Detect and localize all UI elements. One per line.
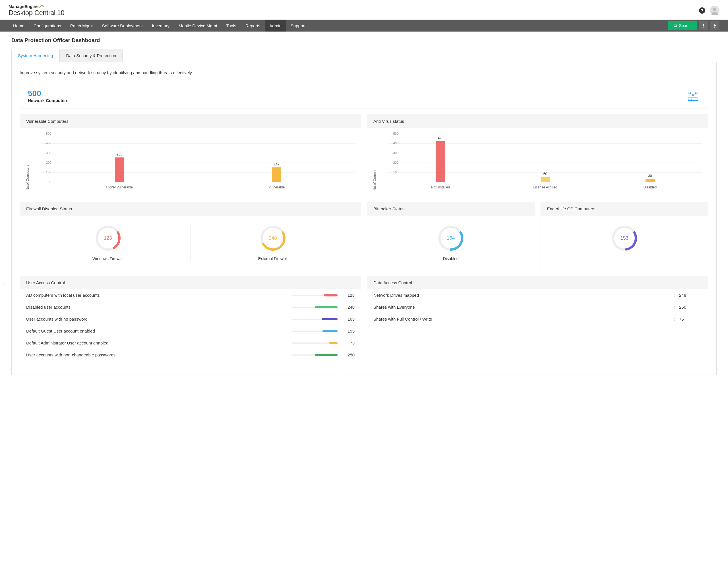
data-access-row[interactable]: Network Drives mapped:248 bbox=[367, 289, 708, 301]
user-access-title: User Access Control bbox=[20, 276, 361, 289]
content-panel: Improve system security and network scru… bbox=[11, 62, 717, 375]
bar-disabled[interactable]: 30 bbox=[598, 174, 702, 182]
vulnerable-chart-title: Vulnerable Computers bbox=[20, 115, 361, 128]
sidebar-expand-handle[interactable]: ⋮⋮ bbox=[0, 279, 4, 290]
quick-action-button[interactable] bbox=[710, 21, 719, 30]
nav-item-patch-mgmt[interactable]: Patch Mgmt bbox=[66, 20, 98, 32]
brand-logo: ManageEngine Desktop Central 10 bbox=[9, 4, 64, 17]
bitlocker-title: BitLocker Status bbox=[367, 202, 535, 216]
search-icon bbox=[673, 24, 677, 28]
search-button[interactable]: Search bbox=[668, 21, 697, 30]
eol-card: End of life OS Computers 153 bbox=[541, 202, 709, 270]
bitlocker-card: BitLocker Status 164 Disabled bbox=[367, 202, 535, 270]
svg-point-8 bbox=[692, 94, 694, 96]
nav-item-admin[interactable]: Admin bbox=[265, 20, 286, 32]
nav-item-mobile-device-mgmt[interactable]: Mobile Device Mgmt bbox=[174, 20, 222, 32]
user-access-row[interactable]: Default Guest User account enabled 153 bbox=[20, 325, 361, 337]
brand-name: ManageEngine bbox=[9, 4, 39, 9]
network-label: Network Computers bbox=[28, 98, 69, 103]
nav-item-home[interactable]: Home bbox=[9, 20, 29, 32]
network-icon bbox=[686, 90, 700, 102]
user-access-row[interactable]: User accounts with non-changeable passwo… bbox=[20, 349, 361, 361]
data-access-card: Data Access Control Network Drives mappe… bbox=[367, 276, 708, 361]
product-name: Desktop Central 10 bbox=[9, 9, 64, 17]
donut-windows-firewall[interactable]: 123 Windows Firewall bbox=[26, 224, 191, 261]
nav-item-support[interactable]: Support bbox=[286, 20, 310, 32]
firewall-card: Firewall Disabled Status 123 Windows Fir… bbox=[20, 202, 361, 270]
nav-item-reports[interactable]: Reports bbox=[241, 20, 265, 32]
bar-not-installed[interactable]: 420 bbox=[388, 136, 493, 182]
bar-vulnerable[interactable]: 149 bbox=[198, 162, 355, 182]
data-access-title: Data Access Control bbox=[367, 276, 708, 289]
svg-point-1 bbox=[674, 24, 676, 27]
tab-system-hardening[interactable]: System Hardening bbox=[11, 49, 59, 62]
notification-button[interactable] bbox=[699, 21, 708, 30]
nav-item-software-deployment[interactable]: Software Deployment bbox=[98, 20, 147, 32]
user-avatar[interactable] bbox=[710, 6, 719, 15]
vulnerable-chart-card: Vulnerable Computers No.of Computers 010… bbox=[20, 115, 361, 197]
page-title: Data Protection Officer Dashboard bbox=[11, 37, 717, 44]
data-access-row[interactable]: Shares with Full Control / Write:75 bbox=[367, 313, 708, 325]
eol-title: End of life OS Computers bbox=[541, 202, 708, 216]
nav-item-tools[interactable]: Tools bbox=[222, 20, 241, 32]
rocket-icon bbox=[701, 23, 706, 28]
antivirus-chart-card: Anti Virus status No.of Computers 010020… bbox=[367, 115, 708, 197]
donut-item[interactable]: 153 bbox=[547, 224, 703, 262]
svg-point-5 bbox=[690, 99, 690, 100]
user-access-row[interactable]: Disabled user accounts 248 bbox=[20, 301, 361, 313]
user-access-card: User Access Control AD computers with lo… bbox=[20, 276, 361, 361]
user-access-row[interactable]: Default Administrator User account enabl… bbox=[20, 337, 361, 349]
help-icon[interactable]: ? bbox=[699, 7, 705, 14]
nav-items: HomeConfigurationsPatch MgmtSoftware Dep… bbox=[9, 20, 668, 32]
bar-highly-vulnerable[interactable]: 253 bbox=[41, 152, 198, 182]
network-count: 500 bbox=[28, 89, 69, 98]
app-header: ManageEngine Desktop Central 10 ? bbox=[0, 0, 728, 20]
bolt-icon bbox=[713, 23, 717, 28]
donut-disabled[interactable]: 164 Disabled bbox=[373, 224, 529, 261]
svg-line-10 bbox=[690, 94, 692, 95]
main-navbar: HomeConfigurationsPatch MgmtSoftware Dep… bbox=[0, 20, 728, 32]
user-access-row[interactable]: User accounts with no password 163 bbox=[20, 313, 361, 325]
tab-data-security-protection[interactable]: Data Security & Protection bbox=[59, 49, 123, 62]
svg-point-0 bbox=[713, 8, 716, 11]
nav-item-inventory[interactable]: Inventory bbox=[147, 20, 174, 32]
svg-line-2 bbox=[676, 26, 677, 28]
data-access-row[interactable]: Shares with Everyone:250 bbox=[367, 301, 708, 313]
intro-text: Improve system security and network scru… bbox=[12, 70, 716, 83]
svg-point-6 bbox=[691, 99, 692, 100]
donut-external-firewall[interactable]: 248 External Firewall bbox=[191, 224, 355, 261]
user-access-row[interactable]: AD computers with local user accounts 12… bbox=[20, 289, 361, 301]
brand-swoosh-icon bbox=[39, 5, 44, 9]
search-label: Search bbox=[679, 23, 692, 28]
nav-item-configurations[interactable]: Configurations bbox=[29, 20, 66, 32]
bar-license-expired[interactable]: 50 bbox=[493, 172, 597, 182]
firewall-title: Firewall Disabled Status bbox=[20, 202, 361, 216]
svg-line-11 bbox=[694, 94, 696, 95]
network-summary-card: 500 Network Computers bbox=[20, 83, 708, 109]
antivirus-chart-title: Anti Virus status bbox=[367, 115, 708, 128]
tabs: System HardeningData Security & Protecti… bbox=[11, 49, 717, 62]
